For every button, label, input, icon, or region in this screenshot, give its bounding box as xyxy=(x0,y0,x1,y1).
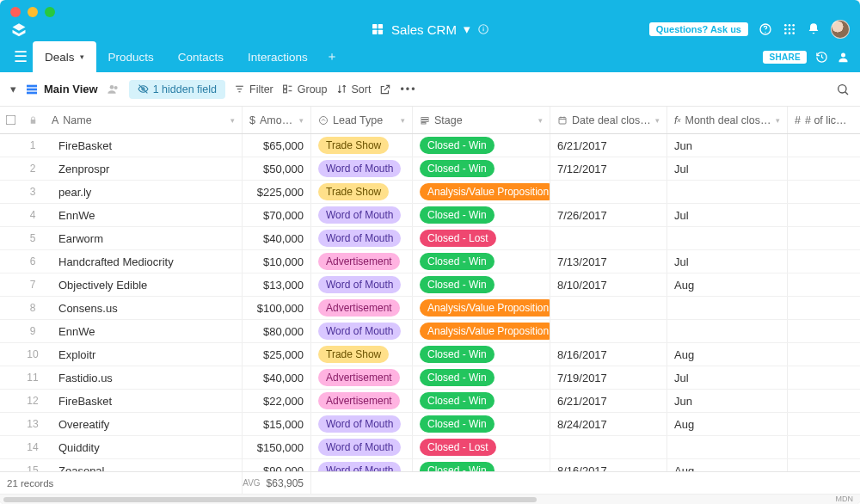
cell-month[interactable] xyxy=(667,297,788,319)
menu-icon[interactable]: ☰ xyxy=(9,47,33,66)
collapse-icon[interactable]: ▾ xyxy=(10,83,16,95)
search-icon[interactable] xyxy=(836,83,850,96)
cell-licenses[interactable] xyxy=(788,227,857,249)
cell-amount[interactable]: $13,000 xyxy=(243,274,311,296)
cell-month[interactable] xyxy=(667,227,788,249)
cell-name[interactable]: Consens.us xyxy=(45,297,243,319)
cell-stage[interactable]: Closed - Lost xyxy=(413,227,550,249)
cell-stage[interactable]: Closed - Win xyxy=(413,274,550,296)
cell-stage[interactable]: Closed - Win xyxy=(413,134,550,157)
cell-lead[interactable]: Advertisement xyxy=(311,250,413,273)
info-icon[interactable] xyxy=(477,23,489,35)
cell-date[interactable]: 8/24/2017 xyxy=(550,413,667,435)
tab-products[interactable]: Products xyxy=(96,41,166,72)
cell-licenses[interactable] xyxy=(788,250,857,273)
column-header-month[interactable]: fxMonth deal closed▾ xyxy=(667,107,788,133)
cell-amount[interactable]: $10,000 xyxy=(243,250,311,273)
group-button[interactable]: Group xyxy=(282,83,328,95)
cell-lead[interactable]: Advertisement xyxy=(311,297,413,319)
cell-licenses[interactable] xyxy=(788,181,857,203)
cell-amount[interactable]: $50,000 xyxy=(243,157,311,180)
column-header-lead[interactable]: Lead Type▾ xyxy=(311,107,413,133)
cell-amount[interactable]: $15,000 xyxy=(243,413,311,435)
cell-month[interactable]: Aug xyxy=(667,413,788,435)
view-switcher[interactable]: Main View xyxy=(25,83,98,96)
cell-lead[interactable]: Word of Mouth xyxy=(311,320,413,342)
scrollbar-thumb[interactable] xyxy=(3,497,537,502)
cell-licenses[interactable] xyxy=(788,413,857,435)
column-header-amount[interactable]: $Amount▾ xyxy=(243,107,311,133)
cell-lead[interactable]: Word of Mouth xyxy=(311,413,413,435)
sort-button[interactable]: Sort xyxy=(336,83,372,95)
cell-licenses[interactable] xyxy=(788,459,857,471)
cell-stage[interactable]: Closed - Win xyxy=(413,413,550,435)
horizontal-scrollbar[interactable]: MDN xyxy=(0,494,860,504)
cell-licenses[interactable] xyxy=(788,436,857,458)
close-window-icon[interactable] xyxy=(10,7,21,17)
cell-date[interactable]: 7/19/2017 xyxy=(550,366,667,389)
cell-date[interactable]: 7/13/2017 xyxy=(550,250,667,273)
cell-licenses[interactable] xyxy=(788,274,857,296)
column-header-licenses[interactable]: ## of licens xyxy=(788,107,857,133)
table-row[interactable]: 5Earworm$40,000Word of MouthClosed - Los… xyxy=(0,227,860,250)
cell-amount[interactable]: $70,000 xyxy=(243,204,311,226)
table-row[interactable]: 8Consens.us$100,000AdvertisementAnalysis… xyxy=(0,297,860,320)
cell-name[interactable]: pear.ly xyxy=(45,181,243,203)
hidden-fields-button[interactable]: 1 hidden field xyxy=(129,80,225,99)
cell-licenses[interactable] xyxy=(788,320,857,342)
cell-name[interactable]: Zenprospr xyxy=(45,157,243,180)
cell-date[interactable] xyxy=(550,181,667,203)
cell-licenses[interactable] xyxy=(788,157,857,180)
cell-name[interactable]: Overeatify xyxy=(45,413,243,435)
table-row[interactable]: 1FireBasket$65,000Trade ShowClosed - Win… xyxy=(0,134,860,157)
table-row[interactable]: 15Zeasonal$90,000Word of MouthClosed - W… xyxy=(0,459,860,471)
cell-date[interactable] xyxy=(550,320,667,342)
help-icon[interactable] xyxy=(759,22,772,36)
cell-month[interactable]: Jul xyxy=(667,157,788,180)
cell-amount[interactable]: $22,000 xyxy=(243,390,311,412)
cell-month[interactable] xyxy=(667,181,788,203)
cell-amount[interactable]: $65,000 xyxy=(243,134,311,157)
tab-deals[interactable]: Deals▾ xyxy=(33,41,96,72)
column-header-name[interactable]: AName▾ xyxy=(45,107,243,133)
cell-month[interactable]: Aug xyxy=(667,274,788,296)
table-row[interactable]: 12FireBasket$22,000AdvertisementClosed -… xyxy=(0,390,860,413)
questions-button[interactable]: Questions? Ask us xyxy=(649,22,748,36)
cell-lead[interactable]: Word of Mouth xyxy=(311,459,413,471)
cell-amount[interactable]: $25,000 xyxy=(243,343,311,366)
cell-date[interactable]: 8/16/2017 xyxy=(550,343,667,366)
cell-lead[interactable]: Word of Mouth xyxy=(311,157,413,180)
cell-month[interactable]: Jun xyxy=(667,390,788,412)
table-row[interactable]: 7Objectively Edible$13,000Word of MouthC… xyxy=(0,274,860,297)
cell-stage[interactable]: Closed - Win xyxy=(413,459,550,471)
cell-amount[interactable]: $40,000 xyxy=(243,227,311,249)
column-header-date[interactable]: Date deal closed▾ xyxy=(550,107,667,133)
amount-summary[interactable]: AVG$63,905 xyxy=(243,472,311,494)
tab-contacts[interactable]: Contacts xyxy=(166,41,236,72)
cell-lead[interactable]: Word of Mouth xyxy=(311,204,413,226)
cell-licenses[interactable] xyxy=(788,204,857,226)
more-icon[interactable]: ••• xyxy=(400,83,416,95)
cell-date[interactable]: 8/16/2017 xyxy=(550,459,667,471)
cell-date[interactable] xyxy=(550,436,667,458)
tab-interactions[interactable]: Interactions xyxy=(236,41,320,72)
cell-date[interactable]: 6/21/2017 xyxy=(550,134,667,157)
table-row[interactable]: 2Zenprospr$50,000Word of MouthClosed - W… xyxy=(0,157,860,181)
cell-lead[interactable]: Advertisement xyxy=(311,390,413,412)
select-all-checkbox[interactable] xyxy=(5,115,15,126)
table-row[interactable]: 10Exploitr$25,000Trade ShowClosed - Win8… xyxy=(0,343,860,366)
cell-amount[interactable]: $100,000 xyxy=(243,297,311,319)
cell-amount[interactable]: $150,000 xyxy=(243,436,311,458)
cell-name[interactable]: FireBasket xyxy=(45,134,243,157)
cell-licenses[interactable] xyxy=(788,366,857,389)
cell-month[interactable]: Aug xyxy=(667,343,788,366)
table-row[interactable]: 9EnnWe$80,000Word of MouthAnalysis/Value… xyxy=(0,320,860,343)
cell-name[interactable]: Quiddity xyxy=(45,436,243,458)
table-row[interactable]: 3pear.ly$225,000Trade ShowAnalysis/Value… xyxy=(0,181,860,204)
cell-name[interactable]: EnnWe xyxy=(45,320,243,342)
cell-licenses[interactable] xyxy=(788,134,857,157)
cell-stage[interactable]: Analysis/Value Proposition xyxy=(413,297,550,319)
history-icon[interactable] xyxy=(815,51,828,64)
cell-stage[interactable]: Closed - Win xyxy=(413,366,550,389)
cell-name[interactable]: Earworm xyxy=(45,227,243,249)
